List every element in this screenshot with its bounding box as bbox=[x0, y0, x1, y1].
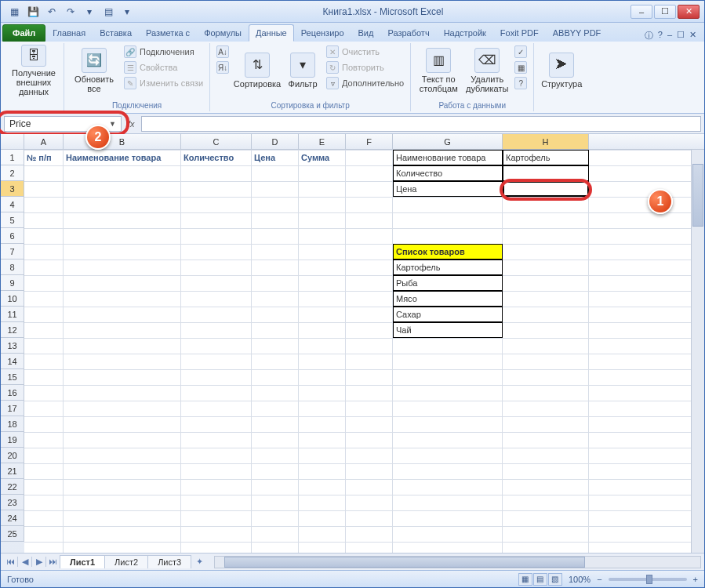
row-header-4[interactable]: 4 bbox=[1, 197, 24, 212]
tab-home[interactable]: Главная bbox=[45, 24, 93, 42]
row-header-17[interactable]: 17 bbox=[1, 401, 24, 416]
row-header-19[interactable]: 19 bbox=[1, 432, 24, 448]
header-cell-E1[interactable]: Сумма bbox=[299, 150, 346, 165]
tab-insert[interactable]: Вставка bbox=[93, 24, 139, 42]
edit-links-button[interactable]: ✎Изменить связи bbox=[122, 76, 205, 90]
tab-review[interactable]: Рецензиро bbox=[294, 24, 351, 42]
formula-input[interactable] bbox=[141, 116, 701, 132]
header-cell-A1[interactable]: № п/п bbox=[24, 150, 64, 165]
row-header-2[interactable]: 2 bbox=[1, 165, 24, 181]
tab-formulas[interactable]: Формулы bbox=[197, 24, 249, 42]
vertical-scrollbar[interactable] bbox=[691, 150, 704, 553]
qat-more-icon[interactable]: ▾ bbox=[81, 3, 98, 20]
qat-dropdown-icon[interactable]: ▾ bbox=[118, 3, 136, 20]
sheet-tab-2[interactable]: Лист2 bbox=[104, 555, 148, 568]
tab-abbyy[interactable]: ABBYY PDF bbox=[546, 24, 609, 42]
col-header-C[interactable]: C bbox=[181, 134, 252, 149]
cell-G1[interactable]: Наименование товара bbox=[393, 150, 503, 165]
row-header-23[interactable]: 23 bbox=[1, 495, 24, 510]
zoom-thumb[interactable] bbox=[646, 575, 652, 584]
col-header-G[interactable]: G bbox=[393, 134, 503, 149]
hscroll-thumb[interactable] bbox=[224, 557, 585, 568]
save-icon[interactable]: 💾 bbox=[24, 3, 42, 20]
advanced-filter-button[interactable]: ▿Дополнительно bbox=[325, 76, 405, 90]
zoom-in-icon[interactable]: + bbox=[693, 575, 698, 584]
header-cell-D1[interactable]: Цена bbox=[252, 150, 299, 165]
row-header-12[interactable]: 12 bbox=[1, 322, 24, 338]
properties-button[interactable]: ☰Свойства bbox=[122, 60, 205, 74]
tab-foxit[interactable]: Foxit PDF bbox=[493, 24, 546, 42]
col-header-F[interactable]: F bbox=[346, 134, 393, 149]
sheet-tab-3[interactable]: Лист3 bbox=[147, 555, 191, 568]
sheet-nav-next-icon[interactable]: ▶ bbox=[32, 557, 46, 567]
tab-developer[interactable]: Разработч bbox=[380, 24, 436, 42]
zoom-out-icon[interactable]: − bbox=[597, 575, 601, 584]
qat-extra-icon[interactable]: ▤ bbox=[100, 3, 117, 20]
row-header-16[interactable]: 16 bbox=[1, 385, 24, 401]
maximize-button[interactable]: ☐ bbox=[654, 5, 676, 19]
select-all-corner[interactable] bbox=[1, 134, 24, 149]
ribbon-min-icon[interactable]: – bbox=[667, 30, 672, 42]
row-header-21[interactable]: 21 bbox=[1, 463, 24, 479]
connections-button[interactable]: 🔗Подключения bbox=[122, 45, 205, 59]
sheet-nav-first-icon[interactable]: ⏮ bbox=[4, 557, 18, 567]
cell-H2[interactable] bbox=[503, 165, 589, 181]
cell-H3-active[interactable] bbox=[503, 181, 589, 197]
view-normal-icon[interactable]: ▦ bbox=[518, 573, 532, 586]
tab-addins[interactable]: Надстройк bbox=[437, 24, 493, 42]
remove-duplicates-button[interactable]: ⌫ Удалить дубликаты bbox=[464, 45, 510, 96]
help-info-icon[interactable]: ⓘ bbox=[645, 30, 653, 42]
view-layout-icon[interactable]: ▤ bbox=[533, 573, 547, 586]
cell-G2[interactable]: Количество bbox=[393, 165, 503, 181]
row-header-11[interactable]: 11 bbox=[1, 307, 24, 322]
row-header-7[interactable]: 7 bbox=[1, 244, 24, 260]
consolidate-button[interactable]: ▦ bbox=[513, 60, 529, 74]
whatif-button[interactable]: ? bbox=[513, 76, 529, 90]
data-validation-button[interactable]: ✓ bbox=[513, 45, 529, 59]
file-tab[interactable]: Файл bbox=[2, 24, 45, 42]
header-cell-C1[interactable]: Количество bbox=[181, 150, 252, 165]
row-header-6[interactable]: 6 bbox=[1, 228, 24, 244]
row-header-3[interactable]: 3 bbox=[1, 181, 24, 197]
cell-list-item-3[interactable]: Сахар bbox=[393, 307, 503, 322]
row-header-10[interactable]: 10 bbox=[1, 291, 24, 307]
tab-layout[interactable]: Разметка с bbox=[139, 24, 197, 42]
cell-list-item-1[interactable]: Рыба bbox=[393, 275, 503, 291]
cell-G3[interactable]: Цена bbox=[393, 181, 503, 197]
refresh-all-button[interactable]: 🔄 Обновить все bbox=[69, 45, 119, 96]
cell-H1[interactable]: Картофель bbox=[503, 150, 589, 165]
get-external-data-button[interactable]: 🗄 Получение внешних данных bbox=[9, 45, 59, 96]
row-header-13[interactable]: 13 bbox=[1, 338, 24, 354]
col-header-D[interactable]: D bbox=[252, 134, 299, 149]
name-box-dropdown-icon[interactable]: ▼ bbox=[109, 120, 116, 128]
new-sheet-icon[interactable]: ✦ bbox=[191, 557, 208, 567]
clear-filter-button[interactable]: ✕Очистить bbox=[325, 45, 405, 59]
sheet-nav-last-icon[interactable]: ⏭ bbox=[46, 557, 60, 567]
view-pagebreak-icon[interactable]: ▧ bbox=[548, 573, 562, 586]
row-header-9[interactable]: 9 bbox=[1, 275, 24, 291]
cell-list-item-4[interactable]: Чай bbox=[393, 322, 503, 338]
cell-list-header[interactable]: Список товаров bbox=[393, 244, 503, 260]
row-header-25[interactable]: 25 bbox=[1, 526, 24, 542]
tab-view[interactable]: Вид bbox=[351, 24, 381, 42]
row-header-5[interactable]: 5 bbox=[1, 212, 24, 228]
row-header-24[interactable]: 24 bbox=[1, 510, 24, 526]
row-header-20[interactable]: 20 bbox=[1, 448, 24, 463]
col-header-A[interactable]: A bbox=[24, 134, 64, 149]
doc-close-icon[interactable]: ✕ bbox=[689, 30, 696, 42]
minimize-button[interactable]: – bbox=[631, 5, 652, 19]
filter-button[interactable]: ▾ Фильтр bbox=[284, 45, 322, 96]
redo-icon[interactable]: ↷ bbox=[62, 3, 79, 20]
col-header-H[interactable]: H bbox=[503, 134, 589, 149]
outline-button[interactable]: ⮞ Структура bbox=[539, 45, 584, 96]
tab-data[interactable]: Данные bbox=[249, 24, 294, 42]
fx-icon[interactable]: fx bbox=[125, 119, 138, 129]
help-icon[interactable]: ? bbox=[658, 30, 663, 42]
cells-canvas[interactable]: № п/пНаименование товараКоличествоЦенаСу… bbox=[24, 150, 704, 553]
col-header-B[interactable]: B bbox=[64, 134, 181, 149]
doc-max-icon[interactable]: ☐ bbox=[677, 30, 685, 42]
sort-desc-button[interactable]: Я↓ bbox=[215, 60, 231, 74]
excel-icon[interactable]: ▦ bbox=[5, 3, 23, 20]
reapply-button[interactable]: ↻Повторить bbox=[325, 60, 405, 74]
vscroll-thumb[interactable] bbox=[692, 164, 703, 227]
